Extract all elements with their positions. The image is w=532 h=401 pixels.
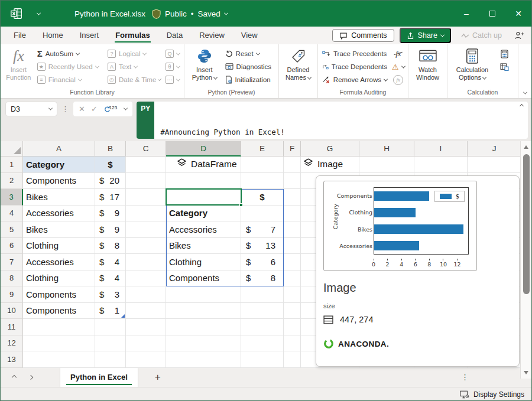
insert-python-button[interactable]: Insert Python [186, 46, 223, 81]
cell-E1[interactable] [241, 157, 284, 173]
more-functions-button[interactable]: ⋯ [163, 73, 182, 86]
next-sheet-arrow-icon[interactable] [28, 375, 33, 380]
cell-A12[interactable] [23, 335, 95, 352]
cell-F9[interactable] [284, 286, 301, 303]
insert-function-button[interactable]: fx Insert Function [2, 46, 35, 81]
cell-C5[interactable] [126, 221, 166, 238]
remove-arrows-button[interactable]: Remove Arrows [320, 73, 390, 86]
cell-A8[interactable]: Clothing [23, 270, 95, 287]
cell-D5[interactable]: Accessories [166, 221, 241, 238]
row-header-5[interactable]: 5 [1, 221, 23, 238]
cell-F6[interactable] [284, 238, 301, 255]
name-box-chevron-icon[interactable] [48, 106, 53, 110]
cell-B11[interactable] [95, 319, 126, 335]
sensitivity-shield-icon[interactable] [152, 9, 161, 19]
initialization-button[interactable]: Initialization [223, 73, 277, 86]
formula-bar-collapse-icon[interactable] [520, 104, 524, 108]
output-type-chevron-icon[interactable] [124, 106, 128, 110]
scroll-down-arrow-icon[interactable] [524, 371, 528, 374]
cell-A5[interactable]: Bikes [23, 221, 95, 238]
cell-A4[interactable]: Accessories [23, 206, 95, 222]
cell-E10[interactable] [241, 303, 284, 320]
logical-button[interactable]: ?Logical [105, 47, 163, 60]
show-formulas-button[interactable]: fx [393, 47, 403, 60]
vertical-scrollbar[interactable] [520, 141, 531, 379]
cell-B9[interactable]: $3 [95, 286, 126, 303]
trace-dependents-button[interactable]: Trace Dependents [320, 60, 390, 73]
text-button[interactable]: AText [105, 60, 163, 73]
trace-precedents-button[interactable]: Trace Precedents [320, 47, 390, 60]
minimize-button[interactable]: – [453, 1, 479, 27]
cell-H1[interactable] [359, 157, 414, 173]
cell-F11[interactable] [284, 319, 301, 335]
cell-A6[interactable]: Clothing [23, 238, 95, 255]
cell-F5[interactable] [284, 221, 301, 238]
maximize-button[interactable] [479, 1, 505, 27]
cell-B1[interactable]: $ [95, 157, 126, 173]
cell-C12[interactable] [126, 335, 166, 352]
share-button[interactable]: Share [400, 28, 451, 43]
cell-E6[interactable]: $13 [241, 238, 284, 255]
defined-names-button[interactable]: Defined Names [281, 46, 316, 81]
evaluate-formula-button[interactable]: fx [391, 73, 406, 86]
cancel-entry-icon[interactable]: ✕ [79, 105, 85, 113]
cell-D4[interactable]: Category [166, 206, 241, 222]
financial-button[interactable]: ≡Financial [35, 73, 105, 86]
cell-F12[interactable] [284, 335, 301, 352]
cell-B3[interactable]: $17 [95, 189, 126, 206]
cell-D12[interactable] [166, 335, 241, 352]
ribbon-tab-insert[interactable]: Insert [72, 27, 108, 44]
cell-C9[interactable] [126, 286, 166, 303]
cell-C11[interactable] [126, 319, 166, 335]
cell-B12[interactable] [95, 335, 126, 352]
cell-C4[interactable] [126, 206, 166, 222]
display-settings-label[interactable]: Display Settings [473, 390, 524, 399]
ribbon-tab-data[interactable]: Data [158, 27, 191, 44]
formula-bar-splitter[interactable]: ⋮ [61, 102, 69, 116]
cell-D2[interactable] [166, 173, 241, 190]
cell-F13[interactable] [284, 351, 301, 368]
cell-B13[interactable] [95, 351, 126, 368]
row-header-3[interactable]: 3 [1, 189, 23, 206]
sheet-tab-python-in-excel[interactable]: Python in Excel [60, 368, 138, 387]
quick-access-chevron-icon[interactable] [37, 11, 41, 15]
cell-A3[interactable]: Bikes [23, 189, 95, 206]
column-header-D[interactable]: D [166, 141, 241, 157]
image-chip[interactable]: Image [301, 157, 359, 173]
cell-E4[interactable] [241, 206, 284, 222]
save-status-chevron-icon[interactable] [224, 11, 228, 15]
error-checking-button[interactable]: ⚠ [390, 60, 407, 73]
row-header-7[interactable]: 7 [1, 254, 23, 270]
cell-A11[interactable] [23, 319, 95, 335]
calculate-sheet-button[interactable] [498, 60, 511, 73]
column-header-C[interactable]: C [126, 141, 166, 157]
formula-input[interactable]: #Announcing Python in Excel!DataFrame=xl… [154, 102, 528, 139]
cell-E7[interactable]: $6 [241, 254, 284, 270]
cell-D13[interactable] [166, 351, 241, 368]
ribbon-tab-review[interactable]: Review [191, 27, 233, 44]
ribbon-tab-formulas[interactable]: Formulas [107, 27, 158, 44]
column-header-J[interactable]: J [468, 141, 521, 157]
sign-in-person-icon[interactable] [514, 31, 524, 40]
confirm-entry-icon[interactable]: ✓ [91, 105, 98, 113]
new-sheet-button[interactable]: + [147, 371, 169, 383]
cell-J1[interactable] [468, 157, 521, 173]
cell-E8[interactable]: $8 [241, 270, 284, 287]
date-time-button[interactable]: ◷Date & Time [105, 73, 163, 86]
row-header-10[interactable]: 10 [1, 303, 23, 320]
python-output-type-icon[interactable]: 123 [103, 106, 118, 113]
cell-D7[interactable]: Clothing [166, 254, 241, 270]
cell-C7[interactable] [126, 254, 166, 270]
cell-C13[interactable] [126, 351, 166, 368]
fill-handle[interactable] [239, 203, 243, 207]
cell-C2[interactable] [126, 173, 166, 190]
calculation-options-button[interactable]: Calculation Options [449, 46, 495, 81]
recently-used-button[interactable]: ★Recently Used [35, 60, 105, 73]
lookup-reference-button[interactable]: Q [163, 47, 182, 60]
row-header-9[interactable]: 9 [1, 286, 23, 303]
cell-D9[interactable] [166, 286, 241, 303]
scroll-up-arrow-icon[interactable] [524, 145, 528, 149]
row-header-12[interactable]: 12 [1, 335, 23, 352]
math-trig-button[interactable]: θ [163, 60, 182, 73]
cell-D6[interactable]: Bikes [166, 238, 241, 255]
